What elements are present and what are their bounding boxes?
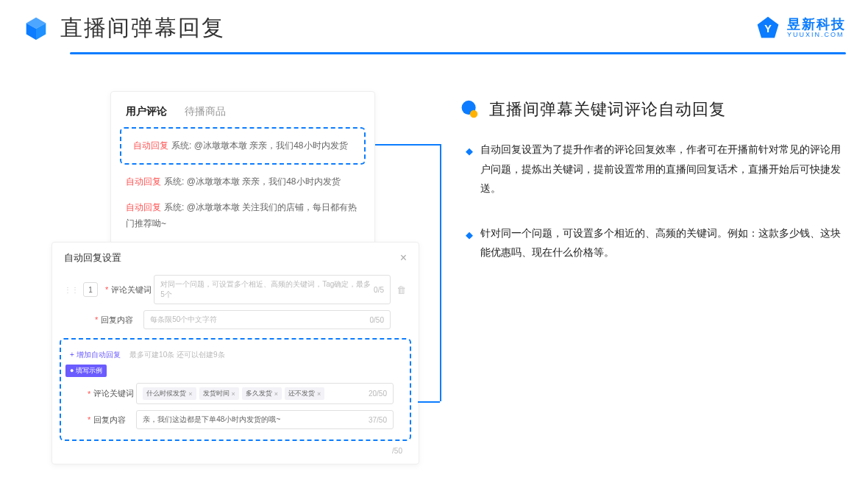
- settings-card: 自动回复设置 × ⋮⋮ 1 * 评论关键词 对同一个问题，可设置多个相近、高频的…: [51, 242, 419, 464]
- example-section: + 增加自动回复 最多可建10条 还可以创建9条 ● 填写示例 * 评论关键词 …: [60, 338, 411, 441]
- comments-card: 用户评论 待播商品 自动回复系统: @冰墩墩本墩 亲亲，我们48小时内发货 自动…: [110, 91, 375, 246]
- content-input[interactable]: 每条限50个中文字符0/50: [143, 310, 391, 329]
- tag: 还不发货×: [285, 387, 324, 400]
- example-content-input[interactable]: 亲，我们这边都是下单48小时内发货的哦~37/50: [136, 410, 394, 429]
- cube-icon: [22, 15, 50, 43]
- comment-text: 系统: @冰墩墩本墩 亲亲，我们48小时内发货: [171, 140, 348, 151]
- tab-pending-goods[interactable]: 待播商品: [185, 105, 226, 118]
- page-title: 直播间弹幕回复: [60, 13, 225, 43]
- rule-number: 1: [83, 282, 98, 297]
- auto-reply-label: 自动回复: [126, 176, 161, 187]
- brand: Y 昱新科技 YUUXIN.COM: [755, 15, 846, 42]
- trailing-count: /50: [52, 447, 419, 455]
- auto-reply-label: 自动回复: [133, 140, 168, 151]
- bullet-item: ◆针对同一个问题，可设置多个相近的、高频的关键词。例如：这款多少钱、这块能优惠吗…: [466, 223, 846, 262]
- keyword-input[interactable]: 对同一个问题，可设置多个相近、高频的关键词，Tag确定，最多5个0/5: [154, 275, 391, 304]
- diamond-icon: ◆: [466, 143, 473, 198]
- example-content-label: 回复内容: [93, 415, 136, 426]
- example-badge: ● 填写示例: [65, 365, 107, 377]
- delete-icon[interactable]: 🗑: [396, 284, 407, 295]
- bubble-icon: [460, 100, 479, 119]
- example-keyword-label: 评论关键词: [93, 388, 136, 399]
- svg-text:Y: Y: [764, 23, 772, 35]
- add-hint: 最多可建10条 还可以创建9条: [129, 351, 224, 359]
- svg-point-6: [470, 110, 477, 118]
- section-title: 直播间弹幕关键词评论自动回复: [489, 98, 726, 121]
- auto-reply-label: 自动回复: [126, 202, 161, 212]
- connector-line: [375, 144, 440, 146]
- brand-logo-icon: Y: [755, 15, 781, 42]
- connector-line: [440, 144, 441, 401]
- comment-text: 系统: @冰墩墩本墩 亲亲，我们48小时内发货: [164, 176, 341, 187]
- tag: 多久发货×: [242, 387, 282, 400]
- drag-icon[interactable]: ⋮⋮: [64, 286, 79, 294]
- connector-line: [418, 401, 440, 403]
- content-label: 回复内容: [101, 315, 143, 326]
- example-keyword-input[interactable]: 什么时候发货× 发货时间× 多久发货× 还不发货× 20/50: [136, 383, 394, 404]
- tag: 发货时间×: [199, 387, 239, 400]
- diamond-icon: ◆: [466, 226, 473, 262]
- tab-user-comments[interactable]: 用户评论: [126, 105, 167, 118]
- brand-sub: YUUXIN.COM: [787, 32, 846, 39]
- tag: 什么时候发货×: [143, 387, 196, 400]
- bullet-item: ◆自动回复设置为了提升作者的评论回复效率，作者可在开播前针对常见的评论用户问题，…: [466, 140, 846, 198]
- keyword-label: 评论关键词: [111, 284, 154, 295]
- settings-title: 自动回复设置: [64, 251, 121, 265]
- add-reply-link[interactable]: + 增加自动回复: [70, 351, 121, 359]
- brand-name: 昱新科技: [787, 18, 846, 32]
- highlighted-comment: 自动回复系统: @冰墩墩本墩 亲亲，我们48小时内发货: [120, 127, 366, 165]
- close-icon[interactable]: ×: [400, 251, 407, 265]
